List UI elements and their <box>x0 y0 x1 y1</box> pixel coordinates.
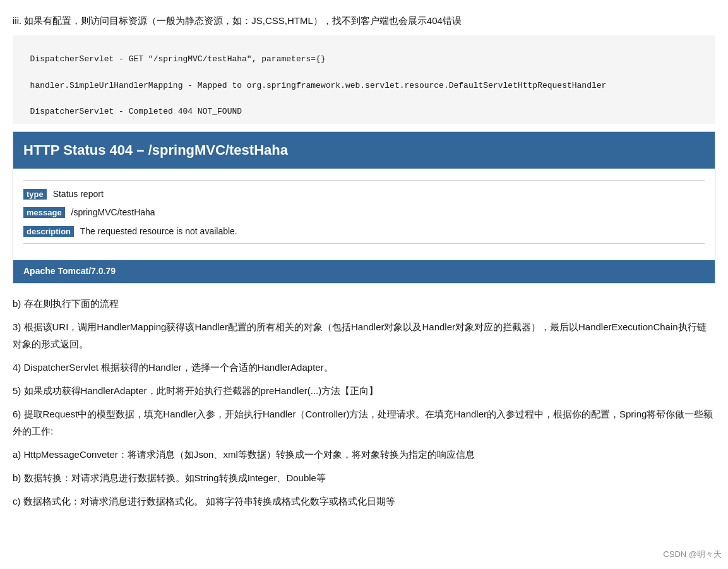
paragraph-6c: c) 数据格式化：对请求消息进行数据格式化。 如将字符串转换成格式化数字或格式化… <box>13 493 715 510</box>
http-type-row: type Status report <box>23 187 705 202</box>
http-footer: Apache Tomcat/7.0.79 <box>13 260 715 283</box>
paragraph-4: 4) DispatcherServlet 根据获得的Handler，选择一个合适… <box>13 359 715 376</box>
paragraph-6: 6) 提取Request中的模型数据，填充Handler入参，开始执行Handl… <box>13 405 715 440</box>
code-block: DispatcherServlet - GET "/springMVC/test… <box>13 35 715 124</box>
divider-top <box>23 180 705 181</box>
http-description-row: description The requested resource is no… <box>23 224 705 239</box>
divider-bottom <box>23 243 705 244</box>
http-message-row: message /springMVC/testHaha <box>23 205 705 220</box>
http-description-value: The requested resource is not available. <box>80 226 237 236</box>
http-error-box: HTTP Status 404 – /springMVC/testHaha ty… <box>13 131 715 284</box>
paragraph-3: 3) 根据该URI，调用HandlerMapping获得该Handler配置的所… <box>13 318 715 352</box>
paragraph-5: 5) 如果成功获得HandlerAdapter，此时将开始执行拦截器的preHa… <box>13 382 715 399</box>
section-heading-iii: iii. 如果有配置，则访问目标资源（一般为静态资源，如：JS,CSS,HTML… <box>13 13 715 29</box>
http-type-value: Status report <box>53 189 104 199</box>
paragraph-6a: a) HttpMessageConveter：将请求消息（如Json、xml等数… <box>13 446 715 463</box>
http-error-title: HTTP Status 404 – /springMVC/testHaha <box>13 132 715 168</box>
code-line-3: DispatcherServlet - Completed 404 NOT_FO… <box>30 107 242 116</box>
paragraph-b-exists: b) 存在则执行下面的流程 <box>13 295 715 312</box>
code-line-2: handler.SimpleUrlHandlerMapping - Mapped… <box>30 81 607 90</box>
http-message-label: message <box>23 207 65 218</box>
code-line-1: DispatcherServlet - GET "/springMVC/test… <box>30 54 326 64</box>
paragraph-6b: b) 数据转换：对请求消息进行数据转换。如String转换成Integer、Do… <box>13 469 715 486</box>
http-message-value: /springMVC/testHaha <box>71 207 155 217</box>
http-description-label: description <box>23 226 74 237</box>
http-type-label: type <box>23 189 47 200</box>
http-error-body: type Status report message /springMVC/te… <box>13 169 715 260</box>
